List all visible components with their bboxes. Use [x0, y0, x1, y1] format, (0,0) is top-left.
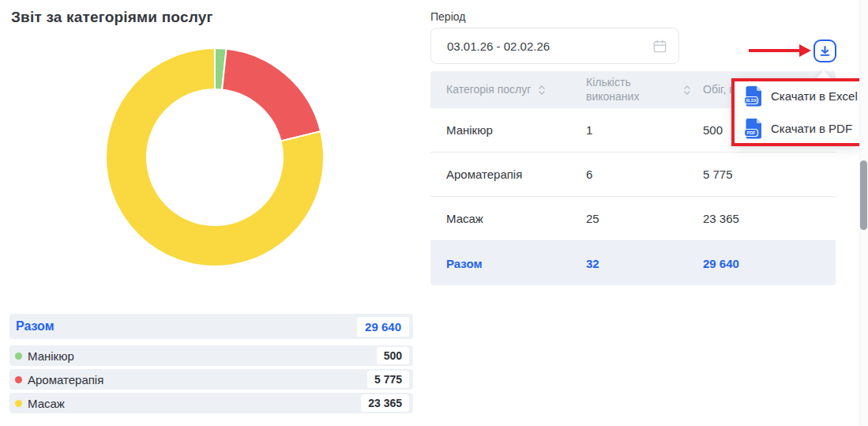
donut-chart-svg[interactable]	[105, 47, 325, 267]
legend-color-dot	[15, 400, 22, 407]
legend-color-dot	[15, 376, 22, 383]
calendar-icon[interactable]	[652, 39, 667, 54]
xlsx-file-icon: XLSX	[744, 85, 763, 107]
period-value: 03.01.26 - 02.02.26	[447, 40, 652, 53]
download-dropdown-menu: XLSXСкачати в ExcelPDFСкачати в PDF	[735, 80, 859, 145]
column-header-label: Категорія послуг	[446, 83, 531, 97]
legend-total-value: 29 640	[357, 317, 409, 337]
legend-item-label: Ароматерапія	[28, 373, 367, 386]
column-header-count[interactable]: Кількість виконаних	[586, 76, 703, 104]
report-page: Звіт за категоріями послуг Разом 29 640 …	[0, 0, 868, 426]
sort-icon[interactable]	[538, 85, 546, 96]
legend-item-value: 500	[377, 347, 409, 364]
period-date-range-input[interactable]: 03.01.26 - 02.02.26	[430, 28, 679, 64]
pdf-file-icon: PDF	[744, 118, 763, 139]
count-cell: 25	[586, 212, 703, 225]
legend-item: Манікюр500	[9, 345, 413, 366]
period-label: Період	[430, 10, 465, 23]
download-button[interactable]	[814, 40, 836, 62]
legend-total-row: Разом 29 640	[9, 314, 413, 339]
column-header-label: Кількість виконаних	[586, 76, 659, 104]
chart-legend: Разом 29 640 Манікюр500Ароматерапія5 775…	[9, 314, 413, 417]
count-cell: 1	[586, 123, 703, 137]
menu-item-label: Скачати в PDF	[771, 122, 852, 135]
table-row: Масаж2523 365	[430, 197, 836, 241]
turnover-cell: 5 775	[703, 168, 836, 181]
donut-segment-Ароматерапія[interactable]	[222, 49, 321, 141]
table-total-row: Разом 32 29 640	[430, 241, 836, 285]
total-category-cell: Разом	[430, 257, 586, 270]
svg-text:XLSX: XLSX	[746, 98, 757, 103]
category-cell: Манікюр	[430, 123, 586, 137]
legend-item-value: 23 365	[361, 394, 409, 412]
menu-item-label: Скачати в Excel	[771, 89, 858, 103]
menu-item-download-xlsx[interactable]: XLSXСкачати в Excel	[735, 80, 859, 112]
legend-color-dot	[15, 352, 22, 360]
category-cell: Ароматерапія	[430, 168, 586, 181]
scrollbar-thumb[interactable]	[860, 160, 867, 230]
total-turnover-cell: 29 640	[703, 257, 836, 270]
legend-item-label: Масаж	[28, 397, 361, 410]
column-header-category[interactable]: Категорія послуг	[430, 83, 586, 97]
legend-total-label: Разом	[16, 319, 357, 334]
annotation-arrow-line	[749, 49, 802, 52]
annotation-arrow-head	[799, 44, 811, 57]
legend-item: Ароматерапія5 775	[9, 369, 413, 390]
download-icon	[818, 44, 832, 58]
table-row: Ароматерапія65 775	[430, 153, 836, 197]
total-count-cell: 32	[586, 257, 703, 270]
count-cell: 6	[586, 168, 703, 181]
turnover-cell: 23 365	[703, 212, 836, 225]
menu-item-download-pdf[interactable]: PDFСкачати в PDF	[735, 112, 859, 145]
legend-item-value: 5 775	[367, 371, 409, 388]
category-cell: Масаж	[430, 212, 586, 225]
legend-item: Масаж23 365	[9, 393, 413, 413]
svg-text:PDF: PDF	[747, 130, 756, 135]
donut-chart[interactable]	[105, 47, 325, 267]
page-title: Звіт за категоріями послуг	[11, 9, 213, 26]
legend-item-label: Манікюр	[28, 349, 377, 363]
sort-icon[interactable]	[683, 85, 691, 96]
legend-items: Манікюр500Ароматерапія5 775Масаж23 365	[9, 345, 413, 417]
